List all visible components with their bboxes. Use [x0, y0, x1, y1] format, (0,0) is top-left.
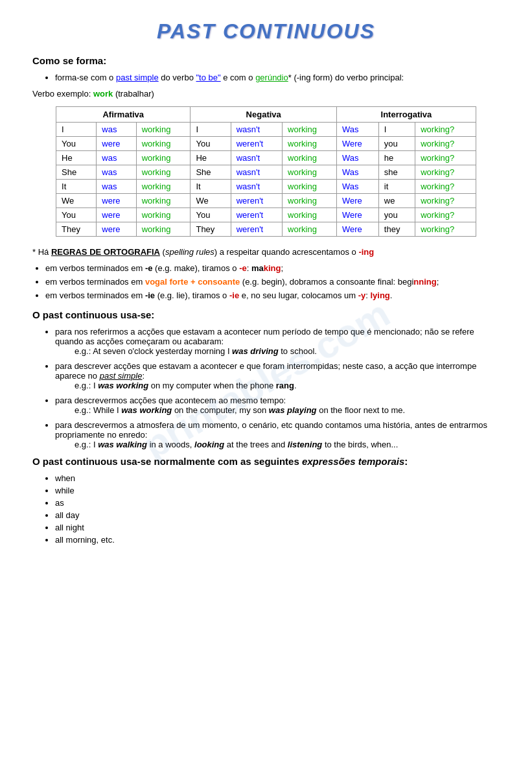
int-verb: working? — [415, 165, 476, 180]
intro-bullet: forma-se com o past simple do verbo "to … — [55, 73, 500, 82]
spelling-rule-1: em verbos terminados em -e (e.g. make), … — [45, 263, 500, 273]
spelling-section: * Há REGRAS DE ORTOGRAFIA (spelling rule… — [32, 247, 500, 300]
gerundio-link[interactable]: gerúndio — [255, 73, 288, 82]
aff-aux: was — [97, 123, 136, 137]
neg-aux: wasn't — [231, 151, 282, 165]
use-1: para nos referirmos a acções que estavam… — [55, 327, 500, 356]
int-verb: working? — [415, 222, 476, 237]
aff-verb: working — [136, 137, 191, 151]
aff-pronoun: It — [56, 180, 97, 194]
neg-aux: weren't — [231, 194, 282, 208]
neg-verb: working — [283, 222, 337, 237]
aff-verb: working — [136, 165, 191, 180]
section3-heading: O past continuous usa-se normalmente com… — [32, 456, 500, 467]
verbo-line: Verbo exemplo: work (trabalhar) — [32, 89, 500, 99]
aff-verb: working — [136, 208, 191, 222]
int-aux: Was — [336, 180, 378, 194]
neg-aux: weren't — [231, 222, 282, 237]
temporal-item: all morning, etc. — [55, 535, 500, 545]
grammar-table: Afirmativa Negativa Interrogativa Iwaswo… — [56, 106, 476, 237]
neg-pronoun: He — [191, 151, 231, 165]
int-pronoun: we — [378, 194, 415, 208]
aff-aux: were — [97, 222, 136, 237]
aff-pronoun: You — [56, 137, 97, 151]
neg-aux: wasn't — [231, 123, 282, 137]
neg-verb: working — [283, 180, 337, 194]
aff-pronoun: He — [56, 151, 97, 165]
neg-aux: weren't — [231, 137, 282, 151]
neg-pronoun: I — [191, 123, 231, 137]
int-pronoun: I — [378, 123, 415, 137]
neg-verb: working — [283, 123, 337, 137]
past-simple-link[interactable]: past simple — [116, 73, 159, 82]
int-aux: Was — [336, 123, 378, 137]
int-verb: working? — [415, 123, 476, 137]
int-aux: Was — [336, 151, 378, 165]
uses-list: para nos referirmos a acções que estavam… — [45, 327, 500, 449]
section2-heading: O past continuous usa-se: — [32, 309, 500, 320]
neg-verb: working — [283, 165, 337, 180]
use-4: para descrevermos a atmosfera de um mome… — [55, 420, 500, 449]
aff-aux: was — [97, 165, 136, 180]
aff-pronoun: They — [56, 222, 97, 237]
temporal-item: all night — [55, 523, 500, 532]
eg-1: e.g.: At seven o'clock yesterday morning… — [75, 346, 500, 356]
header-affirmative: Afirmativa — [56, 107, 191, 123]
aff-verb: working — [136, 194, 191, 208]
aff-verb: working — [136, 180, 191, 194]
temporal-item: all day — [55, 510, 500, 520]
neg-pronoun: They — [191, 222, 231, 237]
neg-pronoun: She — [191, 165, 231, 180]
int-aux: Were — [336, 222, 378, 237]
int-pronoun: he — [378, 151, 415, 165]
int-verb: working? — [415, 151, 476, 165]
to-be-link[interactable]: "to be" — [196, 73, 221, 82]
spelling-rule-2: em verbos terminados em vogal forte + co… — [45, 277, 500, 287]
neg-verb: working — [283, 151, 337, 165]
neg-verb: working — [283, 194, 337, 208]
eg-4: e.g.: I was walking in a woods, looking … — [75, 440, 500, 449]
int-pronoun: they — [378, 222, 415, 237]
int-aux: Were — [336, 208, 378, 222]
temporal-list: whenwhileasall dayall nightall morning, … — [45, 473, 500, 545]
use-3: para descrevermos acções que acontecem a… — [55, 396, 500, 415]
aff-pronoun: We — [56, 194, 97, 208]
aff-aux: were — [97, 137, 136, 151]
int-aux: Were — [336, 137, 378, 151]
aff-verb: working — [136, 151, 191, 165]
aff-aux: was — [97, 180, 136, 194]
int-pronoun: you — [378, 137, 415, 151]
temporal-item: while — [55, 486, 500, 495]
aff-pronoun: I — [56, 123, 97, 137]
int-verb: working? — [415, 180, 476, 194]
neg-pronoun: You — [191, 208, 231, 222]
neg-verb: working — [283, 208, 337, 222]
aff-aux: were — [97, 194, 136, 208]
neg-aux: weren't — [231, 208, 282, 222]
aff-pronoun: She — [56, 165, 97, 180]
page-title: PAST CONTINUOUS — [32, 19, 500, 43]
int-pronoun: it — [378, 180, 415, 194]
neg-pronoun: We — [191, 194, 231, 208]
neg-pronoun: It — [191, 180, 231, 194]
header-negative: Negativa — [191, 107, 336, 123]
eg-3: e.g.: While I was working on the compute… — [75, 405, 500, 415]
aff-pronoun: You — [56, 208, 97, 222]
aff-aux: were — [97, 208, 136, 222]
int-verb: working? — [415, 194, 476, 208]
neg-verb: working — [283, 137, 337, 151]
int-verb: working? — [415, 208, 476, 222]
temporal-item: when — [55, 473, 500, 483]
use-2: para descrever acções que estavam a acon… — [55, 361, 500, 390]
eg-2: e.g.: I was working on my computer when … — [75, 381, 500, 390]
aff-verb: working — [136, 222, 191, 237]
int-aux: Was — [336, 165, 378, 180]
aff-verb: working — [136, 123, 191, 137]
int-aux: Were — [336, 194, 378, 208]
neg-aux: wasn't — [231, 165, 282, 180]
header-interrogative: Interrogativa — [336, 107, 476, 123]
int-pronoun: you — [378, 208, 415, 222]
int-verb: working? — [415, 137, 476, 151]
int-pronoun: she — [378, 165, 415, 180]
neg-pronoun: You — [191, 137, 231, 151]
